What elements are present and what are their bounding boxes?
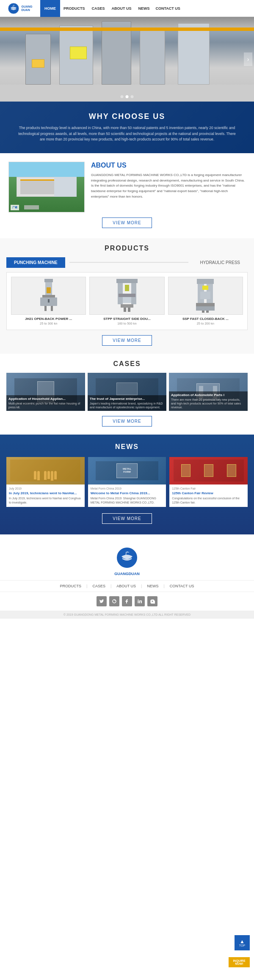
footer-nav-news[interactable]: NEWS [147, 584, 158, 588]
news-card-1[interactable]: July 2019 In July 2019, technicians went… [6, 457, 85, 507]
footer-nav-separator-2: | [110, 584, 111, 588]
news-section: NEWS [0, 435, 254, 535]
news-view-more-button[interactable]: VIEW MORE [102, 513, 152, 524]
case-card-2[interactable]: The trust of Japanese enterprise... Japa… [88, 373, 166, 411]
products-btn-wrap: VIEW MORE [6, 330, 248, 347]
social-facebook-icon[interactable] [122, 596, 132, 606]
social-linkedin-icon[interactable] [135, 596, 145, 606]
main-nav: HOME PRODUCTS CASES ABOUT US NEWS CONTAC… [40, 0, 183, 17]
case-overlay-1: Application of Household Applian... Mult… [6, 395, 85, 411]
news-snippet-3: Congratulations on the successful conclu… [172, 496, 245, 505]
svg-rect-19 [197, 279, 214, 284]
footer-copy: © 2019 GUANGDONG METAL FORMING MACHINE W… [0, 611, 254, 619]
nav-item-products[interactable]: PRODUCTS [60, 0, 88, 17]
machine-detail-2 [70, 47, 87, 59]
news-title: NEWS [6, 443, 248, 451]
news-grid: July 2019 In July 2019, technicians went… [6, 457, 248, 507]
case-title-3: Application of Automobile Parts I [171, 393, 246, 397]
news-card-3[interactable]: 125th Canton Fair 125th Canton Fair Revi… [169, 457, 248, 507]
svg-rect-7 [51, 306, 53, 311]
svg-rect-14 [123, 297, 131, 303]
svg-point-33 [138, 600, 139, 600]
hero-section: › [0, 17, 254, 102]
press-machine-icon-3 [193, 279, 218, 313]
case-overlay-2: The trust of Japanese enterprise... Japa… [88, 395, 166, 411]
news-btn-wrap: VIEW MORE [6, 507, 248, 526]
products-title: PRODUCTS [6, 245, 248, 252]
about-logo-overlay: 广锻 [11, 205, 19, 210]
hero-dot-1[interactable] [121, 95, 124, 98]
case-card-3[interactable]: Application of Automobile Parts I There … [169, 373, 248, 411]
why-title: WHY CHOOSE US [17, 112, 237, 121]
svg-rect-27 [202, 286, 208, 290]
footer-nav-cases[interactable]: CASES [92, 584, 105, 588]
about-view-more-button[interactable]: VIEW MORE [102, 217, 152, 228]
footer-logo-text: GUANGDUAN [0, 572, 254, 576]
svg-rect-32 [138, 600, 139, 603]
footer-nav-products[interactable]: PRODUCTS [60, 584, 82, 588]
product-grid: JH21 OPEN-BACK POWER ... 25 to 300 kn ST… [6, 272, 248, 330]
svg-rect-26 [206, 311, 209, 313]
products-view-more-button[interactable]: VIEW MORE [102, 335, 152, 346]
product-image-2 [89, 277, 164, 315]
hero-dot-2[interactable] [126, 95, 129, 98]
why-section: WHY CHOOSE US The products technology le… [0, 102, 254, 153]
nav-item-about[interactable]: ABOUT US [108, 0, 135, 17]
news-card-2[interactable]: METALFORM Metal Form China 2019 Welcome … [88, 457, 166, 507]
social-twitter-icon[interactable] [97, 596, 107, 606]
overhead-crane [0, 28, 254, 31]
case-desc-3: There are more than 20 provincial key ne… [171, 398, 246, 409]
cases-view-more-button[interactable]: VIEW MORE [102, 416, 152, 427]
nav-item-news[interactable]: NEWS [135, 0, 153, 17]
svg-rect-22 [196, 303, 215, 306]
product-spec-1: 25 to 300 kn [11, 322, 86, 325]
news-card-body-3: 125th Canton Fair 125th Canton Fair Revi… [169, 484, 248, 507]
site-footer: 广 GUANGDUAN PRODUCTS | CASES | ABOUT US … [0, 534, 254, 619]
press-machine-5 [178, 23, 210, 85]
svg-rect-23 [200, 292, 210, 299]
products-section: PRODUCTS PUNCHING MACHINE HYDRAULIC PRES… [0, 238, 254, 354]
svg-rect-6 [44, 306, 47, 311]
news-date-3: 125th Canton Fair [172, 487, 245, 490]
social-youtube-icon[interactable] [147, 596, 157, 606]
tab-punching-machine[interactable]: PUNCHING MACHINE [6, 257, 65, 268]
product-card-1: JH21 OPEN-BACK POWER ... 25 to 300 kn [11, 277, 86, 325]
social-weibo-icon[interactable] [109, 596, 119, 606]
case-card-1[interactable]: Application of Household Applian... Mult… [6, 373, 85, 411]
press-machine-4 [140, 30, 165, 85]
product-card-2: STPP STRAIGHT SIDE DOU... 160 to 500 kn [89, 277, 164, 325]
about-btn-wrap: VIEW MORE [8, 212, 246, 230]
site-header: 广 GUANGDUAN HOME PRODUCTS CASES ABOUT US… [0, 0, 254, 17]
footer-nav-separator-3: | [141, 584, 142, 588]
news-headline-3: 125th Canton Fair Review [172, 491, 245, 495]
footer-nav-about[interactable]: ABOUT US [116, 584, 136, 588]
footer-nav-separator-1: | [86, 584, 87, 588]
footer-nav-contact[interactable]: CONTACT US [170, 584, 194, 588]
logo-area: 广 GUANGDUAN [0, 1, 40, 16]
tab-separator [69, 262, 188, 263]
svg-rect-8 [47, 287, 51, 293]
product-name-1: JH21 OPEN-BACK POWER ... [11, 317, 86, 321]
why-content: WHY CHOOSE US The products technology le… [17, 112, 237, 143]
nav-item-contact[interactable]: CONTACT US [153, 0, 183, 17]
about-desc: GUANGDONG METAL FORMING MACHINE WORKS CO… [91, 173, 246, 200]
case-title-2: The trust of Japanese enterprise... [90, 397, 164, 401]
nav-item-home[interactable]: HOME [40, 0, 60, 17]
hero-dot-3[interactable] [131, 95, 134, 98]
case-desc-2: Japan's leading international brand, spe… [90, 402, 164, 409]
svg-rect-10 [116, 279, 138, 283]
product-spec-3: 25 to 200 kn [168, 322, 243, 325]
product-tabs: PUNCHING MACHINE HYDRAULIC PRESS [6, 257, 248, 268]
tab-hydraulic-press[interactable]: HYDRAULIC PRESS [193, 257, 248, 268]
product-spec-2: 160 to 500 kn [89, 322, 164, 325]
svg-rect-16 [124, 308, 126, 312]
news-date-2: Metal Form China 2019 [91, 487, 164, 490]
hero-dots [121, 95, 134, 98]
product-name-2: STPP STRAIGHT SIDE DOU... [89, 317, 164, 321]
hero-arrow-right[interactable]: › [244, 52, 252, 66]
news-headline-1: In July 2019, technicians went to NanHai… [9, 491, 82, 495]
nav-item-cases[interactable]: CASES [88, 0, 108, 17]
case-desc-1: Multi-pleat eccentric punch for the flat… [8, 402, 83, 409]
news-snippet-2: Metal Form China 2019: Shanghai GUANGDON… [91, 496, 164, 505]
svg-point-30 [113, 600, 116, 603]
